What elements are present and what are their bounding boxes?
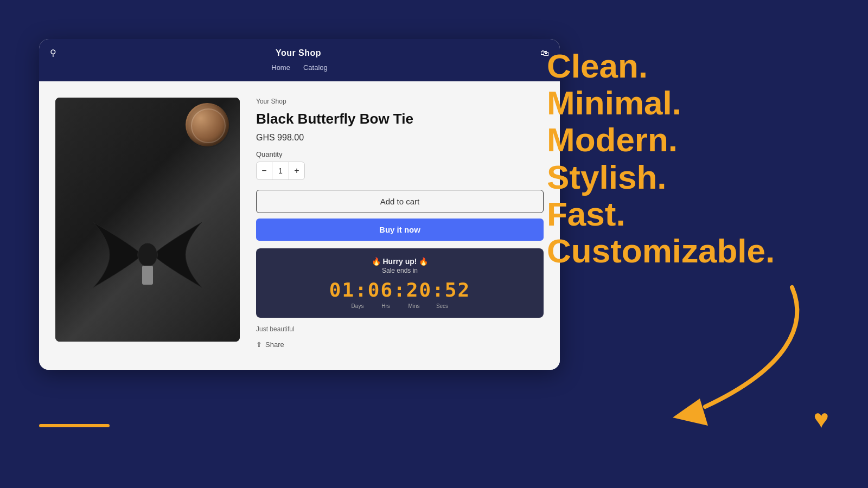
quantity-decrease-button[interactable]: − — [257, 162, 272, 179]
tagline-line-4: Stylish. — [547, 159, 829, 196]
buy-now-button[interactable]: Buy it now — [256, 219, 544, 241]
svg-marker-2 — [673, 399, 708, 426]
product-price: GHS 998.00 — [256, 133, 544, 143]
quantity-label: Quantity — [256, 150, 544, 158]
timer-labels: Days Hrs Mins Secs — [267, 303, 533, 309]
share-row[interactable]: ⇧ Share — [256, 341, 544, 349]
page-content: Your Shop Black Butterfly Bow Tie GHS 99… — [39, 81, 560, 370]
seconds-label: Secs — [428, 303, 456, 309]
arrow-annotation — [608, 282, 814, 434]
browser-topbar: ⚲ Your Shop 🛍 Home Catalog — [39, 39, 560, 81]
bow-tie-image — [88, 211, 207, 298]
share-icon: ⇧ — [256, 341, 262, 349]
tagline-line-5: Fast. — [547, 196, 829, 233]
quantity-increase-button[interactable]: + — [289, 162, 304, 179]
minutes-label: Mins — [400, 303, 428, 309]
product-details: Your Shop Black Butterfly Bow Tie GHS 99… — [256, 98, 544, 359]
days-label: Days — [343, 303, 372, 309]
product-section: Your Shop Black Butterfly Bow Tie GHS 99… — [39, 81, 560, 370]
search-icon[interactable]: ⚲ — [50, 48, 56, 58]
hurry-text: 🔥 Hurry up! 🔥 — [267, 257, 533, 266]
browser-mockup: ⚲ Your Shop 🛍 Home Catalog — [39, 39, 560, 370]
heart-decoration: ♥ — [814, 404, 829, 434]
nav-catalog[interactable]: Catalog — [303, 63, 328, 72]
nav-home[interactable]: Home — [271, 63, 290, 72]
share-label: Share — [265, 341, 284, 349]
svg-rect-1 — [142, 266, 153, 285]
product-image — [55, 98, 240, 342]
quantity-control: − 1 + — [256, 162, 305, 180]
countdown-timer: 🔥 Hurry up! 🔥 Sale ends in 01:06:20:52 D… — [256, 248, 544, 318]
quantity-value: 1 — [272, 162, 289, 179]
tagline-section: Clean. Minimal. Modern. Stylish. Fast. C… — [547, 48, 829, 269]
tagline-line-1: Clean. — [547, 48, 829, 85]
tagline-line-2: Minimal. — [547, 85, 829, 121]
tagline-line-3: Modern. — [547, 121, 829, 158]
browser-nav-row: ⚲ Your Shop 🛍 — [50, 44, 549, 61]
browser-menu-row: Home Catalog — [271, 61, 328, 76]
bottom-line-decoration — [39, 424, 110, 427]
product-shop-label: Your Shop — [256, 98, 544, 105]
product-title: Black Butterfly Bow Tie — [256, 111, 544, 127]
product-image-container — [55, 98, 240, 342]
add-to-cart-button[interactable]: Add to cart — [256, 190, 544, 213]
sale-ends-label: Sale ends in — [267, 267, 533, 274]
tagline-line-6: Customizable. — [547, 233, 829, 269]
hours-label: Hrs — [372, 303, 400, 309]
quantity-section: Quantity − 1 + — [256, 150, 544, 180]
wicker-ball-decoration — [186, 103, 229, 146]
timer-display: 01:06:20:52 — [267, 279, 533, 301]
shop-title: Your Shop — [276, 48, 321, 58]
product-description: Just beautiful — [256, 325, 544, 333]
svg-point-0 — [138, 243, 157, 267]
